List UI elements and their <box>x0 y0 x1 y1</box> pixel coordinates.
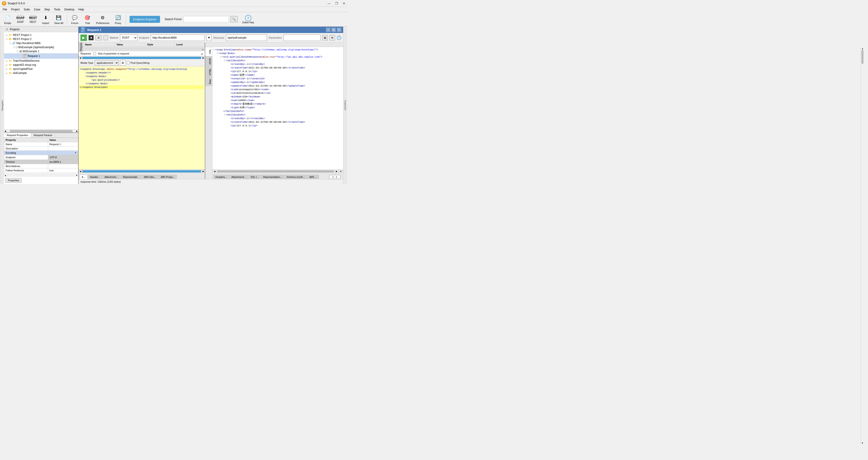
prop-bind-address-value[interactable] <box>48 164 78 168</box>
tree-item-synccapital[interactable]: ▷ 📁 syncCapitalFlow <box>4 67 78 71</box>
xml-editor[interactable]: <soapenv:Envelope xmlns:soapenv="http://… <box>79 66 205 170</box>
collapse-envelope[interactable]: ▽ <box>213 48 215 52</box>
menu-case[interactable]: Case <box>32 7 42 11</box>
collapse-query[interactable]: ▽ <box>220 55 222 59</box>
search-input[interactable] <box>184 16 229 22</box>
tree-item-rest-project-2[interactable]: ▽ 📂 REST Project 2 <box>4 37 78 41</box>
tree-item-traintime[interactable]: ▷ 📁 TrainTimeWebService <box>4 59 78 63</box>
vtab-xml[interactable]: XML <box>205 47 212 56</box>
encoding-dropdown-arrow[interactable]: ▼ <box>74 152 76 154</box>
resp-tab-representation[interactable]: Representation... <box>261 175 284 179</box>
soap-button[interactable]: SOAP SOAP <box>14 14 26 24</box>
tab-jms-props[interactable]: JMS Prope... <box>158 175 177 179</box>
proxy-button[interactable]: 🔄 Proxy <box>112 13 124 25</box>
tree-scrollbar[interactable]: ◀ ▶ <box>4 129 78 132</box>
scroll-right-arrow[interactable]: ▶ <box>202 56 205 59</box>
add-param-button[interactable]: ⊕ <box>322 35 328 40</box>
tab-attachments[interactable]: Attachmen... <box>102 175 121 179</box>
resp-tab-schema[interactable]: Schema (confl... <box>285 175 307 179</box>
properties-button[interactable]: Properties <box>5 178 22 183</box>
resp-h-scroll-left[interactable]: ◀ <box>213 170 217 173</box>
resp-zoom-icon[interactable]: ⊕ <box>339 170 343 173</box>
resp-tab-jms[interactable]: JMS ... <box>307 175 319 179</box>
scale-input[interactable] <box>329 175 340 179</box>
menu-suite[interactable]: Suite <box>22 7 32 11</box>
prop-endpoint-value[interactable]: UTF-8 <box>48 155 78 160</box>
close-button[interactable]: ✕ <box>343 2 345 5</box>
online-help-button[interactable]: ? Online Help <box>242 15 254 24</box>
preferences-button[interactable]: ⚙ Preferences <box>94 13 111 25</box>
menu-desktop[interactable]: Desktop <box>63 7 76 11</box>
resp-h-thumb[interactable] <box>217 170 334 173</box>
menu-file[interactable]: File <box>1 7 9 11</box>
undock-button[interactable]: ⤢ <box>326 28 331 32</box>
tree-item-request-1[interactable]: REST Request 1 <box>4 53 78 59</box>
endpoint-input[interactable] <box>151 35 205 41</box>
vtab-html[interactable]: HTML <box>205 66 212 77</box>
prop-follow-redirects-value[interactable]: true <box>48 168 78 173</box>
menu-tools[interactable]: Tools <box>52 7 62 11</box>
request-vertical-tab[interactable]: Request <box>79 42 83 52</box>
save-all-button[interactable]: 💾 Save All <box>53 13 65 25</box>
vtab-raw[interactable]: Raw <box>205 77 212 86</box>
tree-item-localhost[interactable]: ▽ 🔗 http://localhost:8866 <box>4 41 78 45</box>
tab-jms-header[interactable]: JMS Hea... <box>142 175 158 179</box>
trial-button[interactable]: 🎯 Trial <box>82 13 93 25</box>
menu-step[interactable]: Step <box>42 7 52 11</box>
media-icon-btn[interactable]: ⊞ <box>120 60 125 66</box>
h-scroll-thumb[interactable] <box>82 57 201 59</box>
forum-button[interactable]: 💬 Forum <box>69 13 81 25</box>
minimize-button[interactable]: — <box>328 2 331 5</box>
tab-request-properties[interactable]: Request Properties <box>4 133 31 137</box>
tab-header[interactable]: Header... <box>88 175 102 179</box>
prop-timeout-value[interactable]: iso-8859-1 <box>48 160 78 164</box>
menu-help[interactable]: Help <box>76 7 86 11</box>
tree-item-wsexample-1[interactable]: ▽ ■ WsExample 1 <box>4 49 78 53</box>
collapse-sellgoods2[interactable]: ▽ <box>223 113 226 117</box>
media-type-select[interactable]: application/xml text/xml application/jso… <box>95 60 119 66</box>
import-button[interactable]: ⬇ Import <box>40 13 52 25</box>
method-select[interactable]: POST GET PUT DELETE <box>120 35 137 41</box>
restore-button[interactable]: ❐ <box>335 2 338 5</box>
tree-item-wsexample-root[interactable]: ▷ 📁 wsExample <box>4 71 78 75</box>
post-qs-checkbox[interactable] <box>127 61 130 64</box>
tree-item-wsexample[interactable]: ▽ □ WsExample [/api/wsExample] <box>4 45 78 49</box>
rest-button[interactable]: REST REST <box>27 14 39 24</box>
prop-encoding-value[interactable]: ▼ <box>48 151 78 155</box>
encoding-dropdown[interactable]: ▼ <box>50 152 76 154</box>
options-button[interactable]: ⊞ <box>95 35 102 40</box>
parameters-input[interactable] <box>283 35 320 41</box>
empty-button[interactable]: 📄 Empty <box>2 13 13 25</box>
xml-scroll-left[interactable]: ◀ <box>79 170 82 173</box>
required-checkbox[interactable] <box>93 52 96 55</box>
resp-xml-content[interactable]: ▽ <soap:Envelope xmlns:soap="http://sche… <box>213 47 343 170</box>
prop-description-value[interactable] <box>48 147 78 151</box>
tree-item-sapprd02[interactable]: ▷ 📁 sapprd02.shuyi.org <box>4 63 78 67</box>
resource-input[interactable] <box>226 35 267 41</box>
endpoint-explorer-button[interactable]: Endpoint Explorer <box>129 16 160 23</box>
tree-item-rest-project-1[interactable]: ▷ 📁 REST Project 1 <box>4 33 78 37</box>
xml-h-thumb[interactable] <box>82 170 201 173</box>
play-button[interactable]: ▶ <box>81 35 87 41</box>
tab-a[interactable]: A... <box>80 175 88 179</box>
float-button[interactable]: ⊞ <box>331 28 336 32</box>
menu-project[interactable]: Project <box>9 7 21 11</box>
vtab-json[interactable]: JSON <box>205 56 212 66</box>
search-button[interactable]: 🔍 <box>230 16 238 22</box>
collapse-body[interactable]: ▽ <box>216 52 219 55</box>
resize-handle[interactable]: ▲ ▼ <box>79 48 205 51</box>
resp-tab-ssl[interactable]: SSL I... <box>249 175 261 179</box>
scrollbar-thumb[interactable] <box>10 130 72 132</box>
navigator-sidebar[interactable]: Navigator <box>0 27 4 184</box>
stop-button[interactable]: ■ <box>89 35 94 40</box>
scroll-up-arrow[interactable]: ▲ <box>201 53 203 55</box>
scroll-left-arrow[interactable]: ◀ <box>79 56 82 59</box>
params-help-button[interactable]: ? <box>337 35 341 40</box>
resp-h-scroll-right[interactable]: ▶ <box>335 170 339 173</box>
collapse-sellgoods1[interactable]: ▽ <box>223 59 226 62</box>
remove-param-button[interactable]: ✕ <box>330 35 335 40</box>
prop-name-value[interactable]: Request 1 <box>48 142 78 147</box>
tab-request-params[interactable]: Request Params <box>31 133 55 137</box>
xml-scroll-right[interactable]: ▶ <box>202 170 205 173</box>
tab-representation[interactable]: Representati... <box>121 175 141 179</box>
